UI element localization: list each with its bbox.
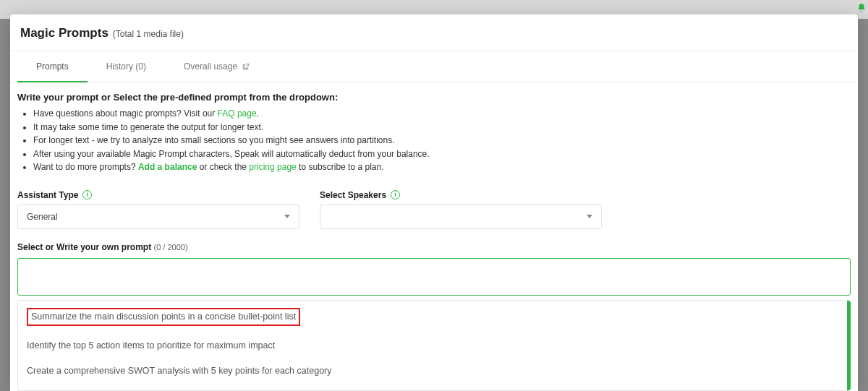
instruction-item: After using your available Magic Prompt … bbox=[33, 147, 851, 161]
assistant-type-select[interactable]: General bbox=[17, 205, 299, 229]
prompt-counter: (0 / 2000) bbox=[153, 243, 187, 252]
instruction-item: For longer text - we try to analyze into… bbox=[33, 134, 851, 147]
info-icon[interactable]: i bbox=[82, 190, 92, 199]
instruction-item: It may take some time to generate the ou… bbox=[33, 121, 851, 134]
chevron-down-icon bbox=[587, 215, 592, 218]
tab-overall-usage[interactable]: Overall usage bbox=[165, 51, 268, 82]
instructions-list: Have questions about magic prompts? Visi… bbox=[17, 107, 851, 174]
select-speakers-label: Select Speakers bbox=[320, 190, 386, 200]
modal-subtitle: (Total 1 media file) bbox=[113, 29, 184, 39]
info-icon[interactable]: i bbox=[391, 190, 400, 199]
suggestion-item[interactable]: Summarize the main discussion points in … bbox=[18, 301, 851, 333]
tab-prompts[interactable]: Prompts bbox=[17, 51, 88, 82]
instruction-item: Have questions about magic prompts? Visi… bbox=[33, 107, 851, 121]
bell-icon[interactable] bbox=[856, 3, 867, 16]
add-balance-link[interactable]: Add a balance bbox=[138, 162, 197, 172]
select-speakers-select[interactable] bbox=[320, 205, 602, 229]
prompt-input-container bbox=[17, 258, 851, 296]
pricing-link[interactable]: pricing page bbox=[249, 162, 296, 172]
tab-history[interactable]: History (0) bbox=[88, 51, 165, 82]
suggestion-item[interactable]: Identify the top 5 action items to prior… bbox=[18, 333, 851, 358]
suggestion-item[interactable]: Highlight unresolved key issues and prov… bbox=[18, 384, 851, 391]
prompt-label: Select or Write your own prompt bbox=[17, 242, 151, 252]
chevron-down-icon bbox=[284, 215, 290, 218]
suggestion-text: Summarize the main discussion points in … bbox=[27, 308, 300, 326]
tab-bar: Prompts History (0) Overall usage bbox=[10, 51, 858, 83]
modal-header: Magic Prompts (Total 1 media file) bbox=[10, 14, 858, 51]
modal-title: Magic Prompts bbox=[20, 26, 109, 40]
modal-body: Write your prompt or Select the pre-defi… bbox=[10, 83, 858, 252]
tab-label: Overall usage bbox=[184, 61, 237, 72]
assistant-type-value: General bbox=[27, 212, 58, 222]
magic-prompts-modal: Magic Prompts (Total 1 media file) Promp… bbox=[10, 14, 858, 391]
tab-label: History (0) bbox=[106, 61, 146, 72]
faq-link[interactable]: FAQ page bbox=[218, 108, 257, 119]
assistant-type-label: Assistant Type bbox=[17, 190, 78, 200]
instructions-heading: Write your prompt or Select the pre-defi… bbox=[17, 92, 851, 103]
scrollbar[interactable] bbox=[847, 301, 851, 390]
tab-label: Prompts bbox=[36, 61, 69, 72]
prompt-suggestions-dropdown: Summarize the main discussion points in … bbox=[17, 300, 851, 391]
suggestion-item[interactable]: Create a comprehensive SWOT analysis wit… bbox=[18, 358, 851, 384]
prompt-input[interactable] bbox=[18, 259, 850, 295]
suggestion-text: Identify the top 5 action items to prior… bbox=[27, 340, 275, 351]
suggestion-text: Create a comprehensive SWOT analysis wit… bbox=[27, 366, 332, 376]
external-link-icon bbox=[242, 63, 250, 71]
instruction-item: Want to do more prompts? Add a balance o… bbox=[33, 160, 851, 174]
